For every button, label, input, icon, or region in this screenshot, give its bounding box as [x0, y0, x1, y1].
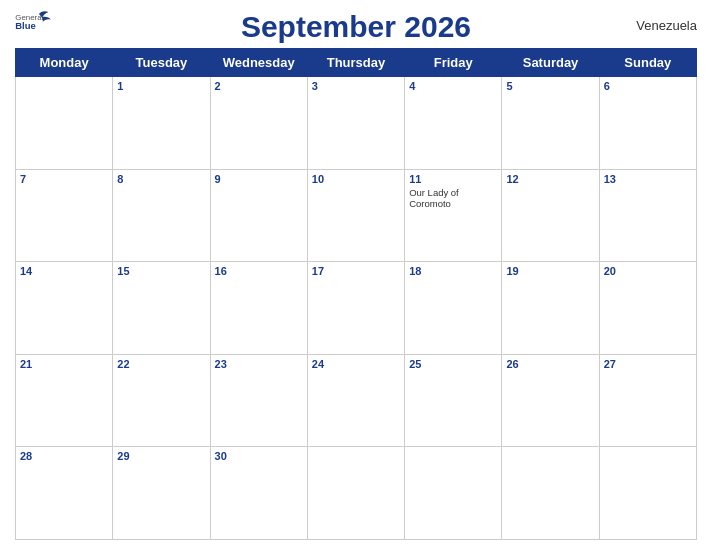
calendar-week-2: 7891011Our Lady of Coromoto1213 — [16, 169, 697, 262]
calendar-day: 3 — [307, 77, 404, 170]
header-wednesday: Wednesday — [210, 49, 307, 77]
calendar-day — [307, 447, 404, 540]
calendar-day: 12 — [502, 169, 599, 262]
day-number: 7 — [20, 173, 108, 185]
calendar-day: 5 — [502, 77, 599, 170]
day-number: 27 — [604, 358, 692, 370]
calendar-day: 25 — [405, 354, 502, 447]
calendar-day — [405, 447, 502, 540]
day-number: 16 — [215, 265, 303, 277]
calendar-day: 21 — [16, 354, 113, 447]
calendar-day: 16 — [210, 262, 307, 355]
calendar-day: 19 — [502, 262, 599, 355]
header-monday: Monday — [16, 49, 113, 77]
day-number: 2 — [215, 80, 303, 92]
day-number: 19 — [506, 265, 594, 277]
day-number: 6 — [604, 80, 692, 92]
day-number: 4 — [409, 80, 497, 92]
day-number: 20 — [604, 265, 692, 277]
holiday-label: Our Lady of Coromoto — [409, 187, 497, 209]
calendar-day — [599, 447, 696, 540]
day-number: 29 — [117, 450, 205, 462]
svg-text:Blue: Blue — [15, 20, 36, 31]
calendar-day: 11Our Lady of Coromoto — [405, 169, 502, 262]
calendar-day: 29 — [113, 447, 210, 540]
calendar-week-5: 282930 — [16, 447, 697, 540]
calendar-day: 28 — [16, 447, 113, 540]
calendar-day: 6 — [599, 77, 696, 170]
calendar-day: 22 — [113, 354, 210, 447]
calendar-day: 24 — [307, 354, 404, 447]
calendar-day: 14 — [16, 262, 113, 355]
calendar-day: 20 — [599, 262, 696, 355]
day-number: 12 — [506, 173, 594, 185]
day-number: 28 — [20, 450, 108, 462]
day-number: 21 — [20, 358, 108, 370]
logo: General Blue — [15, 10, 55, 40]
calendar-day: 2 — [210, 77, 307, 170]
calendar-header: General Blue September 2026 Venezuela — [15, 10, 697, 44]
day-number: 26 — [506, 358, 594, 370]
calendar-table: Monday Tuesday Wednesday Thursday Friday… — [15, 48, 697, 540]
calendar-day: 7 — [16, 169, 113, 262]
day-number: 9 — [215, 173, 303, 185]
day-number: 14 — [20, 265, 108, 277]
calendar-day: 27 — [599, 354, 696, 447]
calendar-week-3: 14151617181920 — [16, 262, 697, 355]
calendar-day: 26 — [502, 354, 599, 447]
day-number: 22 — [117, 358, 205, 370]
header-thursday: Thursday — [307, 49, 404, 77]
calendar-week-4: 21222324252627 — [16, 354, 697, 447]
day-number: 13 — [604, 173, 692, 185]
calendar-day: 1 — [113, 77, 210, 170]
day-number: 25 — [409, 358, 497, 370]
calendar-day: 9 — [210, 169, 307, 262]
country-label: Venezuela — [636, 18, 697, 33]
calendar-day — [502, 447, 599, 540]
calendar-week-1: 123456 — [16, 77, 697, 170]
day-number: 3 — [312, 80, 400, 92]
calendar-day: 17 — [307, 262, 404, 355]
page-title: September 2026 — [241, 10, 471, 44]
day-number: 17 — [312, 265, 400, 277]
calendar-day — [16, 77, 113, 170]
day-number: 30 — [215, 450, 303, 462]
calendar-day: 30 — [210, 447, 307, 540]
day-number: 5 — [506, 80, 594, 92]
header-friday: Friday — [405, 49, 502, 77]
calendar-day: 23 — [210, 354, 307, 447]
calendar-day: 15 — [113, 262, 210, 355]
calendar-day: 8 — [113, 169, 210, 262]
header-tuesday: Tuesday — [113, 49, 210, 77]
weekday-header-row: Monday Tuesday Wednesday Thursday Friday… — [16, 49, 697, 77]
day-number: 15 — [117, 265, 205, 277]
day-number: 24 — [312, 358, 400, 370]
day-number: 23 — [215, 358, 303, 370]
calendar-day: 13 — [599, 169, 696, 262]
day-number: 10 — [312, 173, 400, 185]
day-number: 18 — [409, 265, 497, 277]
header-sunday: Sunday — [599, 49, 696, 77]
calendar-day: 10 — [307, 169, 404, 262]
calendar-day: 18 — [405, 262, 502, 355]
day-number: 1 — [117, 80, 205, 92]
logo-icon: General Blue — [15, 10, 55, 40]
day-number: 8 — [117, 173, 205, 185]
day-number: 11 — [409, 173, 497, 185]
calendar-day: 4 — [405, 77, 502, 170]
header-saturday: Saturday — [502, 49, 599, 77]
